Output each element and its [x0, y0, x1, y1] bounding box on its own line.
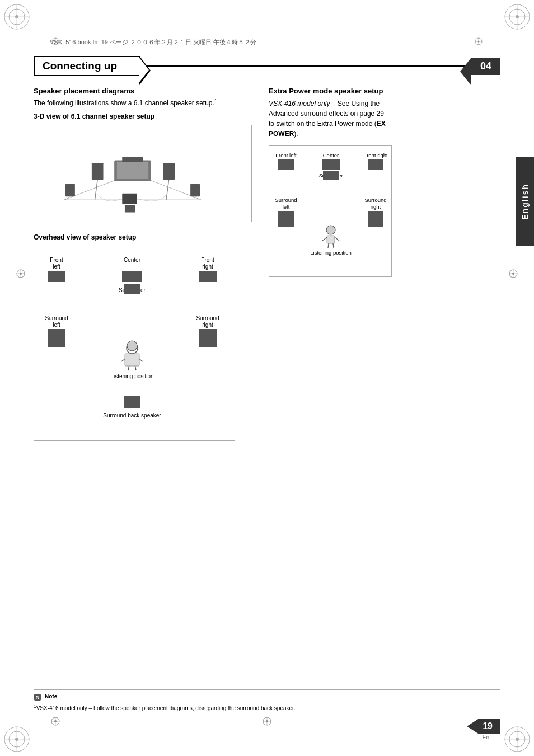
svg-rect-54 — [65, 184, 75, 197]
extra-power-svg: Front left Center Front right Subwoofer … — [275, 152, 387, 269]
top-bar-text: VSX_516.book.fm 19 ページ ２００６年２月２１日 火曜日 午後… — [50, 38, 256, 46]
svg-text:Center: Center — [124, 257, 141, 263]
svg-text:Front: Front — [201, 257, 214, 263]
svg-text:Surround: Surround — [275, 197, 297, 203]
svg-point-39 — [55, 41, 57, 43]
svg-text:right: right — [371, 204, 381, 210]
svg-text:Surround: Surround — [364, 197, 386, 203]
svg-rect-100 — [368, 211, 383, 227]
svg-line-103 — [322, 237, 327, 241]
note-icon: N — [34, 693, 41, 701]
svg-text:left: left — [283, 204, 290, 210]
svg-rect-56 — [122, 194, 137, 204]
svg-rect-50 — [163, 163, 175, 180]
svg-text:Center: Center — [323, 152, 339, 158]
page-title: Connecting up — [43, 60, 117, 72]
note-section: N Note 1VSX-416 model only – Follow the … — [34, 689, 500, 711]
corner-decoration-tl — [0, 0, 34, 34]
svg-rect-72 — [48, 329, 65, 347]
svg-rect-67 — [199, 271, 217, 282]
page-header: Connecting up 04 — [34, 56, 500, 76]
corner-decoration-bl — [0, 722, 34, 756]
svg-text:Surround: Surround — [196, 315, 219, 321]
svg-point-35 — [266, 720, 268, 722]
svg-text:Listening position: Listening position — [110, 373, 153, 379]
svg-point-19 — [516, 738, 519, 741]
svg-rect-92 — [368, 159, 383, 170]
page-number: 19 — [483, 721, 493, 731]
chapter-number: 04 — [471, 58, 500, 75]
side-tab-label: English — [521, 184, 530, 220]
svg-line-52 — [95, 180, 98, 200]
svg-point-101 — [326, 226, 335, 234]
note-title: Note — [45, 693, 57, 699]
left-column: Speaker placement diagrams The following… — [34, 87, 252, 450]
3d-view-title: 3-D view of 6.1 channel speaker setup — [34, 112, 252, 120]
svg-line-58 — [195, 196, 200, 200]
svg-rect-75 — [199, 329, 217, 347]
svg-rect-85 — [124, 396, 140, 408]
reg-mark-right-mid — [508, 269, 518, 280]
crosshair-left — [51, 37, 60, 47]
overhead-view-title: Overhead view of speaker setup — [34, 233, 252, 241]
corner-decoration-tr — [500, 0, 534, 34]
page-en-label: En — [483, 734, 489, 740]
page-number-box: 19 — [467, 719, 500, 734]
svg-text:Front: Front — [50, 257, 63, 263]
corner-decoration-br — [500, 722, 534, 756]
extra-power-text: VSX-416 model only – See Using the Advan… — [269, 98, 386, 139]
svg-rect-59 — [125, 205, 135, 212]
extra-power-title: Extra Power mode speaker setup — [269, 87, 500, 95]
svg-text:right: right — [202, 264, 213, 270]
svg-rect-69 — [124, 284, 140, 294]
svg-rect-49 — [92, 163, 104, 180]
svg-point-9 — [516, 15, 519, 18]
svg-rect-94 — [323, 171, 339, 180]
svg-rect-97 — [278, 211, 294, 227]
svg-rect-55 — [190, 184, 200, 197]
svg-line-106 — [333, 243, 334, 248]
svg-line-53 — [166, 180, 169, 200]
svg-rect-82 — [125, 354, 139, 366]
svg-point-31 — [54, 720, 57, 722]
svg-point-43 — [478, 41, 480, 43]
svg-text:Surround: Surround — [45, 315, 68, 321]
svg-text:Listening position: Listening position — [310, 250, 351, 256]
overhead-svg: Front left Center Front right Subwoofer … — [40, 254, 224, 433]
note-footnote: 1VSX-416 model only – Follow the speaker… — [34, 703, 500, 711]
reg-mark-left-mid — [16, 269, 26, 280]
svg-text:Front right: Front right — [363, 152, 387, 158]
svg-rect-64 — [122, 271, 142, 282]
svg-point-23 — [20, 273, 22, 275]
speaker-placement-title: Speaker placement diagrams — [34, 87, 252, 95]
reg-mark-bottom-c — [262, 716, 272, 728]
svg-rect-90 — [322, 159, 340, 170]
svg-text:left: left — [53, 322, 60, 328]
svg-point-14 — [15, 738, 18, 741]
svg-point-83 — [127, 341, 137, 351]
3d-speaker-diagram — [34, 125, 252, 222]
svg-line-104 — [335, 237, 339, 241]
svg-point-27 — [512, 273, 514, 275]
svg-text:Front left: Front left — [275, 152, 297, 158]
english-side-tab: English — [516, 157, 534, 246]
svg-rect-88 — [278, 159, 294, 170]
svg-text:left: left — [53, 264, 60, 270]
top-bar: VSX_516.book.fm 19 ページ ２００６年２月２１日 火曜日 午後… — [34, 34, 500, 50]
header-title-container: Connecting up — [34, 56, 140, 76]
crosshair-right — [474, 37, 483, 47]
svg-rect-102 — [327, 236, 335, 243]
svg-point-4 — [15, 15, 18, 18]
right-column: Extra Power mode speaker setup VSX-416 m… — [269, 87, 500, 277]
speaker-placement-text: The following illustrations show a 6.1 c… — [34, 97, 252, 108]
svg-text:right: right — [202, 322, 213, 328]
svg-line-105 — [328, 243, 329, 248]
svg-text:N: N — [36, 694, 40, 700]
svg-rect-51 — [122, 157, 143, 162]
reg-mark-bottom-l — [50, 716, 60, 728]
svg-rect-62 — [48, 271, 65, 282]
overhead-speaker-diagram: Front left Center Front right Subwoofer … — [34, 246, 235, 441]
extra-power-diagram: Front left Center Front right Subwoofer … — [269, 145, 392, 277]
svg-text:Surround back speaker: Surround back speaker — [103, 412, 161, 419]
svg-rect-48 — [117, 162, 148, 179]
